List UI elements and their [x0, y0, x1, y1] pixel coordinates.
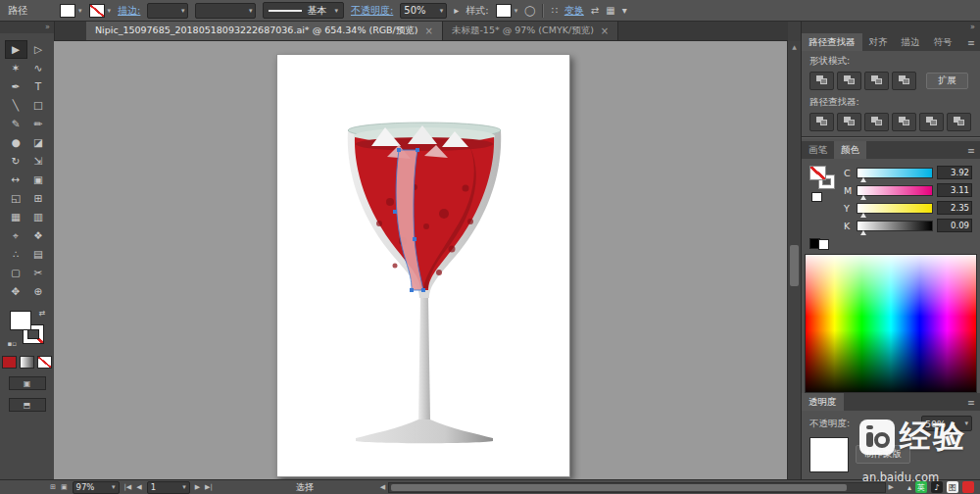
panel-menu-icon[interactable]: ≡	[962, 393, 980, 411]
magenta-slider[interactable]	[857, 185, 933, 196]
pathfinder-merge[interactable]	[864, 113, 889, 131]
width-tool[interactable]: ↔	[5, 171, 27, 189]
pathfinder-trim[interactable]	[837, 113, 861, 131]
magenta-value-field[interactable]: 3.11	[937, 183, 972, 197]
panel-menu-icon[interactable]: ≡	[962, 33, 980, 51]
document-tab-1[interactable]: Nipic_15097685_20180518093222687036.ai* …	[86, 22, 443, 40]
black-value-field[interactable]: 0.09	[937, 219, 972, 232]
transparency-opacity-dropdown[interactable]: 50%▾	[921, 416, 972, 431]
stroke-color-dropdown[interactable]: ▾	[89, 4, 112, 18]
brush-definition-dropdown[interactable]: 基本▾	[263, 2, 344, 19]
zoom-tool[interactable]: ⊕	[27, 282, 50, 301]
scroll-up-icon[interactable]: ▲	[788, 41, 801, 52]
fill-color-dropdown[interactable]: ▾	[60, 4, 82, 18]
stroke-weight-dropdown[interactable]: ▾	[147, 3, 188, 19]
cyan-value-field[interactable]: 3.92	[937, 166, 972, 179]
pathfinder-outline[interactable]	[919, 113, 944, 131]
eraser-tool[interactable]: ◪	[27, 133, 50, 152]
white-swatch[interactable]	[818, 239, 829, 250]
zoom-level-dropdown[interactable]: 97%▾	[73, 481, 120, 494]
pathfinder-crop[interactable]	[892, 113, 916, 131]
slider-knob-icon[interactable]	[860, 213, 866, 218]
next-artboard-icon[interactable]: ▶	[195, 483, 200, 491]
pencil-tool[interactable]: ✏	[27, 115, 50, 133]
tray-music-icon[interactable]: ♪	[931, 481, 943, 493]
shape-mode-minus-front[interactable]	[837, 72, 861, 90]
screen-mode-button[interactable]: ⬒	[9, 398, 46, 412]
prev-artboard-icon[interactable]: ◀	[136, 483, 141, 491]
opacity-dropdown[interactable]: 50%▾	[400, 3, 447, 19]
lasso-tool[interactable]: ∿	[27, 59, 50, 77]
pathfinder-minus-back[interactable]	[947, 113, 971, 131]
horizontal-scrollbar-thumb[interactable]	[391, 484, 847, 491]
align-options-icon[interactable]: ∷	[551, 5, 557, 16]
cyan-slider[interactable]	[857, 168, 933, 178]
status-window-icon[interactable]: ▣	[61, 483, 68, 491]
symbol-sprayer-tool[interactable]: ∴	[5, 245, 27, 264]
last-color-swatch[interactable]	[811, 192, 822, 202]
tray-red-icon[interactable]	[962, 481, 974, 493]
panel-menu-icon[interactable]: ▾	[622, 5, 627, 16]
wine-glass-illustration[interactable]	[277, 55, 569, 476]
yellow-slider[interactable]	[857, 203, 933, 214]
last-artboard-icon[interactable]: ▶|	[205, 483, 213, 491]
color-fill-stroke-indicator[interactable]	[809, 166, 837, 201]
artboard-number-field[interactable]: 1▾	[147, 481, 190, 494]
tray-image-icon[interactable]: 图	[947, 481, 958, 493]
chevron-right-icon[interactable]: ▸	[454, 5, 459, 16]
tab-pathfinder[interactable]: 路径查找器	[802, 33, 862, 51]
document-tab-2[interactable]: 未标题-15* @ 97% (CMYK/预览) ×	[443, 22, 618, 40]
close-icon[interactable]: ×	[601, 25, 609, 36]
slider-knob-icon[interactable]	[860, 230, 866, 235]
color-spectrum[interactable]	[805, 254, 977, 393]
scroll-left-icon[interactable]: ◀	[377, 483, 388, 491]
blob-brush-tool[interactable]: ●	[5, 133, 27, 152]
yellow-value-field[interactable]: 2.35	[937, 201, 972, 215]
style-dropdown[interactable]: ▾	[496, 4, 518, 18]
glass-stem[interactable]	[418, 298, 430, 420]
fill-swatch[interactable]	[10, 311, 31, 330]
tab-brushes[interactable]: 画笔	[802, 141, 834, 159]
expand-button[interactable]: 扩展	[926, 73, 968, 89]
close-icon[interactable]: ×	[425, 25, 433, 36]
line-segment-tool[interactable]: ╲	[5, 96, 27, 115]
grid-options-icon[interactable]: ▦	[606, 5, 614, 16]
perspective-grid-tool[interactable]: ⊞	[27, 189, 50, 208]
selection-tool[interactable]: ▶	[5, 40, 27, 59]
blend-tool[interactable]: ❖	[27, 226, 50, 245]
rotate-tool[interactable]: ↻	[5, 152, 27, 171]
transform-again-icon[interactable]: ⇄	[591, 5, 599, 16]
tray-expand-icon[interactable]: ▴	[907, 483, 911, 492]
status-grid-icon[interactable]: ⊞	[50, 483, 56, 491]
first-artboard-icon[interactable]: |◀	[124, 483, 132, 491]
tools-panel-header[interactable]: »	[0, 22, 54, 33]
hand-tool[interactable]: ✥	[5, 282, 27, 301]
scale-tool[interactable]: ⇲	[27, 152, 50, 171]
panel-menu-icon[interactable]: ≡	[962, 141, 980, 159]
type-tool[interactable]: T	[27, 77, 50, 96]
collapse-panels-icon[interactable]: »	[802, 22, 980, 33]
gradient-tool[interactable]: ▥	[27, 208, 50, 226]
opacity-panel-link[interactable]: 不透明度:	[351, 4, 393, 18]
stroke-panel-link[interactable]: 描边:	[118, 4, 140, 18]
tab-align[interactable]: 对齐	[862, 33, 895, 51]
artboard-tool[interactable]: ▢	[5, 264, 27, 282]
rectangle-tool[interactable]: □	[27, 96, 50, 115]
pen-tool[interactable]: ✒	[5, 77, 27, 96]
shape-builder-tool[interactable]: ◱	[5, 189, 27, 208]
tab-stroke[interactable]: 描边	[895, 33, 927, 51]
slider-knob-icon[interactable]	[860, 195, 866, 200]
mesh-tool[interactable]: ▦	[5, 208, 27, 226]
tab-color[interactable]: 颜色	[834, 141, 866, 159]
column-graph-tool[interactable]: ▤	[27, 245, 50, 264]
shape-mode-unite[interactable]	[809, 72, 834, 90]
vertical-scrollbar-thumb[interactable]	[790, 245, 799, 286]
canvas-area[interactable]	[54, 41, 788, 480]
black-slider[interactable]	[857, 221, 933, 231]
shape-mode-intersect[interactable]	[864, 72, 889, 90]
shape-mode-exclude[interactable]	[892, 72, 916, 90]
artboard[interactable]	[276, 54, 570, 477]
transform-panel-link[interactable]: 变换	[564, 4, 584, 18]
drawing-mode-button[interactable]: ▣	[9, 376, 46, 390]
slice-tool[interactable]: ✂	[27, 264, 50, 282]
